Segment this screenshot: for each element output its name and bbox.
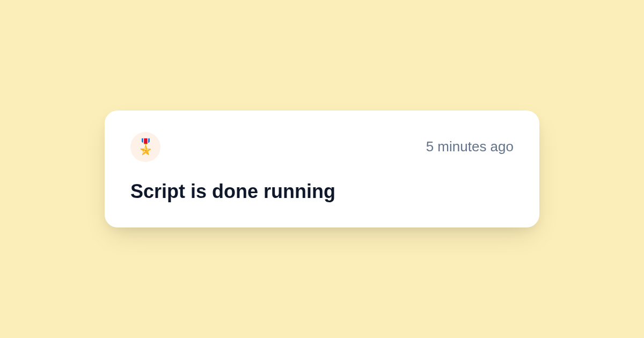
notification-card[interactable]: 🎖️ 5 minutes ago Script is done running — [105, 111, 539, 228]
notification-timestamp: 5 minutes ago — [426, 138, 514, 155]
notification-message: Script is done running — [130, 179, 514, 204]
notification-header: 🎖️ 5 minutes ago — [130, 132, 514, 162]
notification-icon-badge: 🎖️ — [130, 132, 160, 162]
medal-icon: 🎖️ — [136, 139, 155, 155]
